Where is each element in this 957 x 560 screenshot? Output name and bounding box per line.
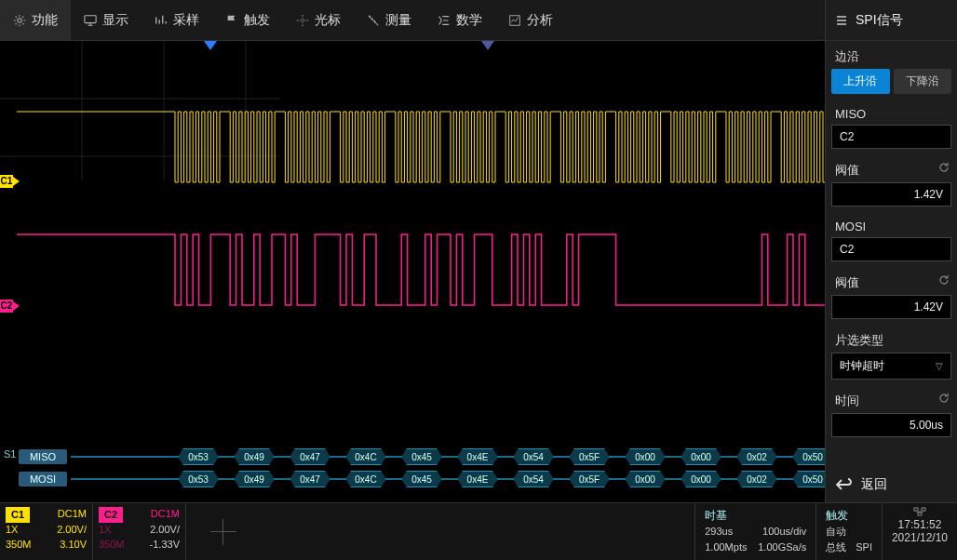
crosshair-icon [210, 519, 236, 545]
menu-label: 测量 [385, 12, 411, 29]
decode-byte: 0x5F [569, 471, 610, 487]
decode-byte: 0x47 [290, 471, 330, 487]
menu-cursor[interactable]: 光标 [283, 0, 354, 40]
decode-mosi-label: MOSI [19, 472, 67, 487]
delay-marker[interactable] [481, 41, 494, 50]
menu-label: 数学 [456, 12, 482, 29]
network-icon [913, 507, 926, 516]
menu-label: 采样 [173, 12, 199, 29]
refresh-icon[interactable] [938, 393, 950, 404]
decode-byte: 0x53 [178, 448, 219, 465]
menu-label: 光标 [315, 12, 341, 29]
edge-falling-button[interactable]: 下降沿 [894, 69, 952, 94]
menu-acquire[interactable]: 采样 [142, 0, 212, 40]
gear-icon [13, 14, 26, 27]
back-arrow-icon [835, 478, 852, 491]
waveform-channel-2 [17, 233, 825, 307]
refresh-icon[interactable] [938, 162, 950, 173]
svg-rect-20 [922, 508, 925, 511]
trigger-position-marker[interactable] [204, 41, 217, 50]
bottom-status-bar: C1 DC1M 1X 2.00V/ 350M 3.10V C2 DC1M 1X … [0, 502, 957, 560]
svg-rect-19 [914, 508, 918, 511]
decode-byte: 0x49 [234, 471, 275, 487]
decode-byte: 0x02 [736, 471, 777, 487]
menu-math[interactable]: 数学 [425, 0, 495, 40]
sample-icon [155, 14, 168, 27]
mosi-threshold-value[interactable]: 1.42V [831, 295, 951, 319]
miso-threshold-label: 阀值 [826, 154, 957, 182]
spi-signal-panel: SPI信号 边沿 上升沿 下降沿 MISO C2 阀值 1.42V MOSI C… [825, 0, 957, 502]
decode-byte: 0x02 [736, 448, 777, 465]
timeout-value[interactable]: 5.00us [831, 413, 951, 437]
decode-mosi-lane[interactable]: 0x530x490x470x4C0x450x4E0x540x5F0x000x00… [71, 478, 825, 480]
svg-rect-1 [85, 15, 96, 22]
decode-lanes: S1 MISO 0x530x490x470x4C0x450x4E0x540x5F… [4, 447, 825, 491]
edge-label: 边沿 [826, 41, 957, 69]
menu-measure[interactable]: 测量 [354, 0, 425, 40]
cursor-icon [296, 14, 309, 27]
menu-label: 分析 [527, 12, 553, 29]
decode-byte: 0x00 [681, 448, 721, 465]
channel-2-block[interactable]: C2 DC1M 1X 2.00V/ 350M -1.33V [93, 503, 186, 560]
decode-miso-lane[interactable]: 0x530x490x470x4C0x450x4E0x540x5F0x000x00… [71, 456, 825, 458]
timeout-label: 时间 [826, 385, 957, 413]
trigger-block[interactable]: 触发 自动 总线SPI [815, 503, 882, 560]
channel-1-label[interactable]: C1 [0, 175, 13, 188]
mosi-label: MOSI [826, 212, 957, 237]
mosi-threshold-label: 阀值 [826, 267, 957, 295]
decode-byte: 0x4E [457, 448, 498, 465]
chevron-down-icon: ▽ [936, 361, 943, 371]
cursor-block[interactable] [186, 503, 261, 560]
decode-byte: 0x00 [625, 471, 666, 487]
decode-byte: 0x54 [513, 471, 554, 487]
timebase-block[interactable]: 时基 293us100us/div 1.00Mpts1.00GSa/s [694, 503, 815, 560]
decode-byte: 0x49 [234, 448, 275, 465]
decode-byte: 0x45 [401, 471, 442, 487]
decode-byte: 0x00 [681, 471, 721, 487]
decode-byte: 0x47 [290, 448, 330, 465]
menu-label: 显示 [102, 12, 128, 29]
ruler-icon [367, 14, 380, 27]
decode-byte: 0x4C [345, 448, 386, 465]
decode-byte: 0x45 [401, 448, 442, 465]
decode-byte: 0x4C [345, 471, 386, 487]
menu-label: 触发 [244, 12, 270, 29]
decode-byte: 0x54 [513, 448, 554, 465]
decode-byte: 0x4E [457, 471, 498, 487]
cs-type-select[interactable]: 时钟超时▽ [831, 353, 951, 380]
top-menu-bar: 功能 显示 采样 触发 光标 测量 数学 分析 SIGLENT Trig'd f… [0, 0, 957, 41]
miso-threshold-value[interactable]: 1.42V [831, 182, 951, 207]
menu-function[interactable]: 功能 [0, 0, 71, 40]
decode-bus-label: S1 [4, 447, 19, 460]
flag-icon [225, 14, 238, 27]
clock-block[interactable]: 17:51:52 2021/12/10 [882, 503, 957, 560]
miso-label: MISO [826, 100, 957, 125]
panel-title-row: SPI信号 [826, 0, 957, 41]
decode-miso-label: MISO [19, 449, 67, 464]
menu-analysis[interactable]: 分析 [495, 0, 566, 40]
list-icon [835, 14, 848, 27]
decode-byte: 0x53 [178, 471, 219, 487]
waveform-display[interactable]: C1 C2 S1 MISO 0x530x490x470x4C0x450x4E0x… [0, 41, 825, 502]
channel-2-label[interactable]: C2 [0, 300, 13, 313]
miso-source-select[interactable]: C2 [831, 125, 951, 149]
edge-segmented: 上升沿 下降沿 [826, 69, 957, 100]
menu-trigger[interactable]: 触发 [212, 0, 283, 40]
channel-1-block[interactable]: C1 DC1M 1X 2.00V/ 350M 3.10V [0, 503, 93, 560]
analysis-icon [508, 14, 521, 27]
waveform-channel-1 [17, 110, 825, 184]
edge-rising-button[interactable]: 上升沿 [831, 69, 890, 94]
menu-label: 功能 [32, 12, 58, 29]
mosi-source-select[interactable]: C2 [831, 237, 951, 261]
svg-point-0 [18, 18, 21, 21]
math-icon [438, 14, 451, 27]
back-button[interactable]: 返回 [826, 467, 957, 502]
cs-type-label: 片选类型 [826, 325, 957, 353]
monitor-icon [84, 14, 97, 27]
decode-byte: 0x5F [569, 448, 610, 465]
panel-title: SPI信号 [856, 12, 903, 29]
svg-rect-21 [918, 513, 922, 515]
refresh-icon[interactable] [938, 274, 950, 286]
menu-display[interactable]: 显示 [71, 0, 142, 40]
decode-byte: 0x00 [625, 448, 666, 465]
